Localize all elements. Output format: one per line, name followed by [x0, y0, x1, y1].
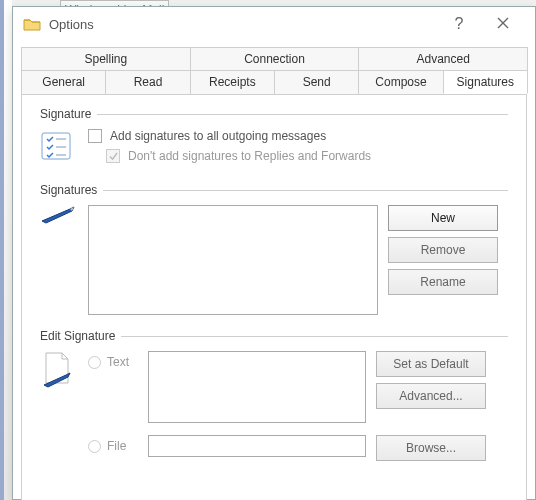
radio-file [88, 440, 101, 453]
advanced-button: Advanced... [376, 383, 486, 409]
page-pen-icon [40, 351, 88, 394]
new-button[interactable]: New [388, 205, 498, 231]
group-signature: Signature Add signatures to all outgoing… [40, 107, 508, 169]
signature-text-input [148, 351, 366, 423]
tab-receipts[interactable]: Receipts [190, 70, 275, 94]
rename-button: Rename [388, 269, 498, 295]
signature-file-input [148, 435, 366, 457]
tab-spelling[interactable]: Spelling [21, 47, 191, 70]
pen-icon [40, 205, 88, 228]
divider [121, 336, 508, 337]
divider [103, 190, 508, 191]
tab-strip: Spelling Connection Advanced General Rea… [13, 41, 535, 95]
close-button[interactable] [481, 7, 525, 41]
tab-general[interactable]: General [21, 70, 106, 94]
tab-send[interactable]: Send [274, 70, 359, 94]
left-edge [0, 0, 4, 500]
group-title-signature: Signature [40, 107, 91, 121]
checkbox-dont-add-replies [106, 149, 120, 163]
label-add-signatures: Add signatures to all outgoing messages [110, 129, 326, 143]
tab-signatures[interactable]: Signatures [443, 70, 528, 94]
browse-button: Browse... [376, 435, 486, 461]
remove-button: Remove [388, 237, 498, 263]
tab-content: Signature Add signatures to all outgoing… [21, 95, 527, 500]
help-button[interactable]: ? [437, 7, 481, 41]
signatures-listbox[interactable] [88, 205, 378, 315]
group-signatures-list: Signatures New Remove Rename [40, 183, 508, 315]
options-dialog: Options ? Spelling Connection Advanced G… [12, 6, 536, 500]
tab-compose[interactable]: Compose [358, 70, 443, 94]
label-radio-file: File [107, 439, 126, 453]
group-edit-signature: Edit Signature Text Set as Defaul [40, 329, 508, 473]
tab-read[interactable]: Read [105, 70, 190, 94]
titlebar: Options ? [13, 7, 535, 41]
tab-advanced[interactable]: Advanced [358, 47, 528, 70]
label-dont-add-replies: Don't add signatures to Replies and Forw… [128, 149, 371, 163]
group-title-edit: Edit Signature [40, 329, 115, 343]
checklist-icon [40, 129, 88, 166]
checkbox-add-signatures[interactable] [88, 129, 102, 143]
divider [97, 114, 508, 115]
label-radio-text: Text [107, 355, 129, 369]
group-title-signatures: Signatures [40, 183, 97, 197]
window-title: Options [49, 17, 437, 32]
folder-icon [23, 17, 41, 31]
set-default-button: Set as Default [376, 351, 486, 377]
radio-text [88, 356, 101, 369]
tab-connection[interactable]: Connection [190, 47, 360, 70]
